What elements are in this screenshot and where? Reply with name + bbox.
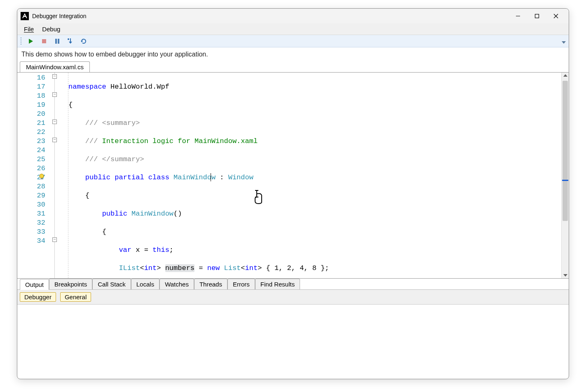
bottom-tab-bar: Output Breakpoints Call Stack Locals Wat…	[17, 279, 569, 290]
file-tab-mainwindow[interactable]: MainWindow.xaml.cs	[20, 61, 90, 72]
scrollbar-thumb[interactable]	[563, 81, 568, 221]
fold-margin: − − − − −	[49, 73, 68, 278]
svg-rect-5	[42, 39, 46, 43]
code-area[interactable]: namespace HelloWorld.Wpf { /// <summary>…	[68, 73, 561, 278]
svg-marker-11	[81, 41, 83, 42]
subtab-general[interactable]: General	[60, 292, 91, 302]
tab-errors[interactable]: Errors	[227, 279, 255, 289]
tab-call-stack[interactable]: Call Stack	[92, 279, 131, 289]
toolbar-overflow-icon[interactable]	[561, 38, 566, 45]
overview-mark	[562, 180, 568, 181]
close-button[interactable]	[546, 9, 565, 23]
output-subtabs: Debugger General	[17, 290, 569, 305]
overview-ruler[interactable]	[561, 73, 569, 278]
tab-threads[interactable]: Threads	[194, 279, 227, 289]
menubar: File Debug	[17, 23, 569, 35]
menu-debug[interactable]: Debug	[38, 25, 64, 33]
fold-toggle[interactable]: −	[52, 74, 57, 79]
menu-file[interactable]: File	[20, 25, 38, 33]
svg-point-13	[40, 174, 44, 178]
svg-point-10	[68, 38, 69, 40]
output-panel	[17, 305, 569, 379]
step-into-button[interactable]	[66, 37, 75, 46]
toolbar-grip	[21, 38, 22, 45]
svg-marker-12	[562, 41, 566, 44]
svg-rect-6	[55, 39, 57, 44]
description-text: This demo shows how to embed debugger in…	[17, 47, 569, 61]
svg-rect-1	[535, 14, 539, 18]
restart-button[interactable]	[79, 37, 88, 46]
svg-marker-9	[69, 42, 72, 44]
tab-output[interactable]: Output	[20, 279, 49, 290]
tab-breakpoints[interactable]: Breakpoints	[49, 279, 92, 289]
toolbar	[17, 35, 569, 47]
run-button[interactable]	[26, 37, 35, 46]
maximize-button[interactable]	[527, 9, 546, 23]
fold-toggle[interactable]: −	[52, 138, 57, 142]
tab-locals[interactable]: Locals	[131, 279, 159, 289]
pause-button[interactable]	[53, 37, 62, 46]
svg-rect-14	[41, 178, 42, 179]
minimize-button[interactable]	[509, 9, 527, 23]
svg-marker-4	[29, 39, 33, 44]
scroll-down-icon[interactable]	[563, 274, 567, 277]
tab-find-results[interactable]: Find Results	[255, 279, 300, 289]
text-caret	[211, 173, 211, 181]
subtab-debugger[interactable]: Debugger	[20, 292, 56, 302]
fold-toggle[interactable]: −	[52, 237, 57, 242]
tab-watches[interactable]: Watches	[159, 279, 194, 289]
fold-toggle[interactable]: −	[52, 92, 57, 97]
lightbulb-icon[interactable]	[38, 173, 45, 181]
editor: 16 17 18 19 20 21 22 23 24 25 26 27 28 2…	[17, 72, 569, 279]
svg-rect-7	[58, 39, 59, 44]
file-tab-bar: MainWindow.xaml.cs	[17, 61, 569, 72]
scroll-up-icon[interactable]	[563, 74, 567, 77]
window-title: Debugger Integration	[32, 13, 87, 19]
titlebar: Debugger Integration	[17, 9, 569, 23]
app-icon	[21, 12, 29, 20]
stop-button[interactable]	[40, 37, 49, 46]
fold-toggle[interactable]: −	[52, 120, 57, 124]
